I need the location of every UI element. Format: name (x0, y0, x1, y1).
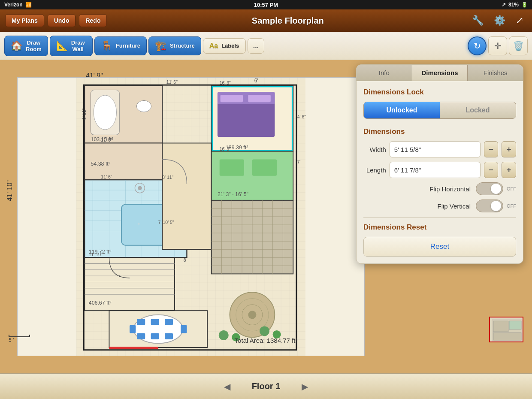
draw-room-button[interactable]: 🏠 DrawRoom (4, 36, 48, 56)
tab-finishes[interactable]: Finishes (468, 65, 523, 81)
prev-floor-button[interactable]: ◀ (215, 378, 239, 395)
flip-vertical-label: Flip Vertical (363, 203, 476, 210)
svg-point-12 (136, 100, 151, 112)
more-button[interactable]: ... (248, 38, 264, 54)
svg-text:8: 8 (184, 258, 186, 263)
redo-button[interactable]: Redo (79, 14, 107, 27)
export-icon[interactable]: ⤢ (512, 13, 527, 28)
reset-button[interactable]: Reset (363, 237, 516, 257)
svg-text:←: ← (117, 272, 124, 279)
popup-content: Dimensions Lock Unlocked Locked Dimensio… (357, 81, 523, 263)
svg-rect-46 (220, 160, 244, 176)
furniture-button[interactable]: 🪑 Furniture (94, 36, 147, 55)
svg-rect-6 (221, 95, 243, 102)
structure-button[interactable]: 🏗️ Structure (148, 36, 201, 55)
minimap[interactable] (489, 317, 523, 342)
svg-rect-7 (248, 95, 270, 102)
top-toolbar: My Plans Undo Redo Sample Floorplan 🔧 ⚙️… (0, 9, 532, 32)
dimension-left: 41' 10" (6, 180, 14, 201)
svg-rect-79 (109, 347, 158, 349)
main-area: 41' 9" 41' 10" 189.39 ft² (0, 60, 532, 373)
status-time: 10:57 PM (254, 2, 278, 8)
flip-horizontal-toggle-container: OFF (476, 182, 516, 195)
svg-text:4' 6": 4' 6" (297, 115, 306, 119)
location-icon: ↗ (502, 2, 506, 8)
length-row: Length − + (363, 162, 516, 178)
gear-icon[interactable]: ⚙️ (490, 13, 509, 28)
dimensions-section-title: Dimensions (363, 127, 516, 136)
width-row: Width − + (363, 141, 516, 157)
length-input[interactable] (390, 162, 481, 178)
flip-vertical-toggle-container: OFF (476, 200, 516, 212)
svg-rect-101 (493, 332, 521, 340)
draw-wall-button[interactable]: 📐 DrawWall (50, 36, 93, 56)
flip-vertical-row: Flip Vertical OFF (363, 200, 516, 212)
width-plus-button[interactable]: + (502, 141, 516, 157)
width-minus-button[interactable]: − (484, 141, 499, 157)
flip-horizontal-label: Flip Horizontal (363, 185, 476, 193)
draw-wall-label: DrawWall (71, 39, 85, 52)
labels-button[interactable]: Aa Labels (203, 38, 246, 54)
undo-button[interactable]: Undo (48, 14, 76, 27)
popup-tabs: Info Dimensions Finishes (357, 65, 523, 81)
svg-text:11' 6": 11' 6" (101, 175, 112, 179)
settings-icon[interactable]: 🔧 (469, 13, 487, 28)
battery-icon: 🔋 (521, 2, 528, 8)
svg-rect-100 (509, 321, 521, 329)
toggle-knob-v (491, 201, 501, 211)
toggle-knob (491, 184, 501, 194)
width-input[interactable] (390, 141, 481, 157)
svg-text:6': 6' (254, 78, 258, 84)
svg-point-89 (260, 326, 269, 336)
scale-label: 5 ' (9, 337, 14, 343)
scale-indicator: 5 ' (9, 335, 30, 343)
labels-icon: Aa (209, 42, 218, 50)
dimensions-lock-title: Dimensions Lock (363, 88, 516, 97)
svg-text:11' 6": 11' 6" (101, 138, 112, 142)
flip-vertical-toggle[interactable] (476, 200, 503, 212)
floorplan-canvas[interactable]: 189.39 ft² 103.15 ft² 8' 11" 54.38 ft² (17, 77, 365, 356)
svg-text:7': 7' (297, 160, 301, 164)
width-label: Width (363, 146, 386, 153)
my-plans-button[interactable]: My Plans (5, 14, 44, 27)
bottom-bar: ◀ Floor 1 ▶ (0, 373, 532, 399)
length-plus-button[interactable]: + (502, 162, 516, 178)
draw-wall-icon: 📐 (56, 40, 68, 51)
svg-rect-47 (252, 160, 277, 176)
length-minus-button[interactable]: − (484, 162, 499, 178)
tab-dimensions[interactable]: Dimensions (412, 65, 468, 81)
tab-info[interactable]: Info (357, 65, 412, 81)
move-icon[interactable]: ✛ (488, 36, 507, 55)
svg-rect-74 (137, 333, 145, 339)
divider (363, 218, 516, 218)
svg-point-32 (138, 186, 142, 190)
svg-text:8' 11": 8' 11" (162, 175, 173, 180)
flip-horizontal-row: Flip Horizontal OFF (363, 182, 516, 195)
svg-rect-44 (162, 143, 211, 249)
flip-vertical-state: OFF (507, 203, 516, 209)
svg-text:11' 10": 11' 10" (89, 252, 103, 257)
status-right: ↗ 81% 🔋 (502, 2, 528, 8)
next-floor-button[interactable]: ▶ (293, 378, 317, 395)
status-left: Verizon 📶 (4, 2, 32, 8)
popup-panel: Info Dimensions Finishes Dimensions Lock… (356, 64, 523, 264)
lock-toggle: Unlocked Locked (363, 102, 516, 119)
trash-icon[interactable]: 🗑️ (509, 36, 528, 55)
svg-rect-78 (181, 325, 187, 333)
svg-rect-99 (493, 321, 508, 332)
carrier-label: Verizon (4, 2, 23, 8)
locked-button[interactable]: Locked (440, 102, 516, 118)
svg-point-11 (94, 95, 116, 130)
svg-point-87 (219, 330, 229, 340)
floor-label: Floor 1 (239, 381, 293, 391)
dimensions-reset-title: Dimensions Reset (363, 223, 516, 232)
battery-label: 81% (508, 2, 519, 8)
flip-horizontal-toggle[interactable] (476, 182, 503, 195)
length-label: Length (363, 166, 386, 174)
total-area-label: Total Area: 1384.77 ft² (235, 337, 298, 344)
svg-rect-75 (151, 333, 159, 339)
unlocked-button[interactable]: Unlocked (364, 102, 440, 118)
status-bar: Verizon 📶 10:57 PM ↗ 81% 🔋 (0, 0, 532, 9)
sync-icon[interactable]: ↻ (468, 36, 487, 55)
svg-point-68 (248, 311, 256, 319)
